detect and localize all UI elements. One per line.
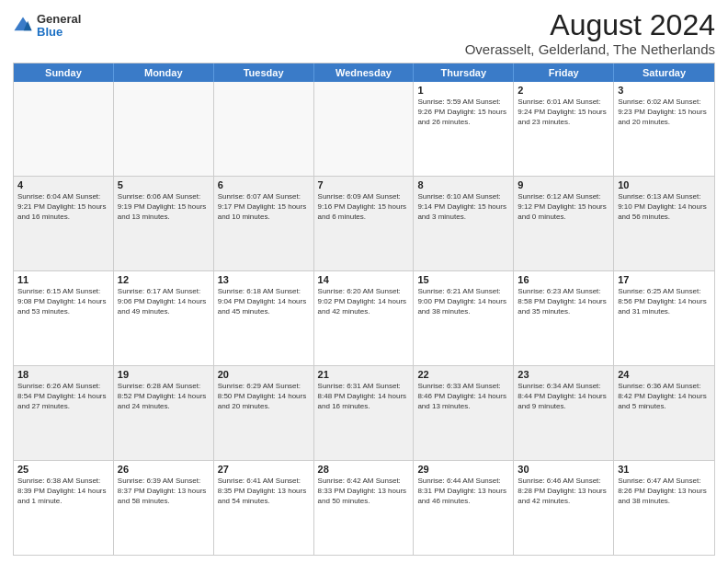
logo-text: General Blue [37, 13, 81, 40]
calendar-cell: 2Sunrise: 6:01 AM Sunset: 9:24 PM Daylig… [514, 82, 614, 176]
day-number: 10 [618, 179, 711, 190]
calendar-header: SundayMondayTuesdayWednesdayThursdayFrid… [14, 63, 714, 82]
day-number: 30 [518, 464, 609, 475]
logo-line2: Blue [37, 26, 81, 39]
day-number: 26 [118, 464, 210, 475]
calendar-cell: 26Sunrise: 6:39 AM Sunset: 8:37 PM Dayli… [114, 461, 214, 555]
day-number: 22 [417, 369, 509, 380]
day-number: 28 [318, 464, 410, 475]
calendar-cell: 19Sunrise: 6:28 AM Sunset: 8:52 PM Dayli… [114, 366, 214, 460]
calendar-cell: 25Sunrise: 6:38 AM Sunset: 8:39 PM Dayli… [14, 461, 114, 555]
cell-text: Sunrise: 6:29 AM Sunset: 8:50 PM Dayligh… [218, 382, 310, 411]
calendar-row: 25Sunrise: 6:38 AM Sunset: 8:39 PM Dayli… [14, 461, 714, 555]
calendar-row: 11Sunrise: 6:15 AM Sunset: 9:08 PM Dayli… [14, 271, 714, 366]
day-number: 24 [618, 369, 711, 380]
calendar-cell: 9Sunrise: 6:12 AM Sunset: 9:12 PM Daylig… [514, 177, 614, 270]
calendar-header-cell: Monday [114, 63, 214, 82]
day-number: 12 [118, 274, 210, 285]
cell-text: Sunrise: 6:38 AM Sunset: 8:39 PM Dayligh… [17, 477, 109, 506]
calendar-cell: 10Sunrise: 6:13 AM Sunset: 9:10 PM Dayli… [614, 177, 714, 270]
day-number: 3 [618, 85, 711, 96]
day-number: 11 [17, 274, 109, 285]
calendar-cell: 20Sunrise: 6:29 AM Sunset: 8:50 PM Dayli… [214, 366, 314, 460]
cell-text: Sunrise: 6:23 AM Sunset: 8:58 PM Dayligh… [518, 287, 609, 316]
calendar-row: 1Sunrise: 5:59 AM Sunset: 9:26 PM Daylig… [14, 82, 714, 177]
logo-line1: General [37, 13, 81, 26]
calendar-cell: 21Sunrise: 6:31 AM Sunset: 8:48 PM Dayli… [314, 366, 415, 460]
calendar-body: 1Sunrise: 5:59 AM Sunset: 9:26 PM Daylig… [14, 82, 714, 555]
cell-text: Sunrise: 6:41 AM Sunset: 8:35 PM Dayligh… [218, 477, 310, 506]
main-title: August 2024 [465, 9, 715, 41]
page: General Blue August 2024 Overasselt, Gel… [0, 0, 728, 563]
calendar-header-cell: Thursday [414, 63, 514, 82]
day-number: 9 [518, 179, 609, 190]
calendar-cell: 1Sunrise: 5:59 AM Sunset: 9:26 PM Daylig… [414, 82, 514, 176]
calendar-cell: 3Sunrise: 6:02 AM Sunset: 9:23 PM Daylig… [614, 82, 714, 176]
cell-text: Sunrise: 5:59 AM Sunset: 9:26 PM Dayligh… [417, 98, 509, 127]
day-number: 23 [518, 369, 609, 380]
cell-text: Sunrise: 6:31 AM Sunset: 8:48 PM Dayligh… [318, 382, 410, 411]
day-number: 27 [218, 464, 310, 475]
cell-text: Sunrise: 6:01 AM Sunset: 9:24 PM Dayligh… [518, 98, 609, 127]
day-number: 21 [318, 369, 410, 380]
day-number: 2 [518, 85, 609, 96]
calendar-cell: 6Sunrise: 6:07 AM Sunset: 9:17 PM Daylig… [214, 177, 314, 270]
calendar-cell: 12Sunrise: 6:17 AM Sunset: 9:06 PM Dayli… [114, 271, 214, 365]
calendar-cell: 24Sunrise: 6:36 AM Sunset: 8:42 PM Dayli… [614, 366, 714, 460]
calendar-cell: 31Sunrise: 6:47 AM Sunset: 8:26 PM Dayli… [614, 461, 714, 555]
calendar-header-cell: Wednesday [314, 63, 415, 82]
calendar-cell: 28Sunrise: 6:42 AM Sunset: 8:33 PM Dayli… [314, 461, 415, 555]
calendar-header-cell: Friday [514, 63, 614, 82]
cell-text: Sunrise: 6:09 AM Sunset: 9:16 PM Dayligh… [318, 192, 410, 222]
calendar-row: 4Sunrise: 6:04 AM Sunset: 9:21 PM Daylig… [14, 177, 714, 271]
calendar-header-cell: Saturday [614, 63, 714, 82]
cell-text: Sunrise: 6:06 AM Sunset: 9:19 PM Dayligh… [118, 192, 210, 222]
cell-text: Sunrise: 6:20 AM Sunset: 9:02 PM Dayligh… [318, 287, 410, 316]
day-number: 25 [17, 464, 109, 475]
calendar-cell: 7Sunrise: 6:09 AM Sunset: 9:16 PM Daylig… [314, 177, 415, 270]
calendar-header-cell: Sunday [14, 63, 114, 82]
day-number: 5 [118, 179, 210, 190]
calendar-cell: 15Sunrise: 6:21 AM Sunset: 9:00 PM Dayli… [414, 271, 514, 365]
cell-text: Sunrise: 6:33 AM Sunset: 8:46 PM Dayligh… [417, 382, 509, 411]
calendar-cell: 5Sunrise: 6:06 AM Sunset: 9:19 PM Daylig… [114, 177, 214, 270]
day-number: 15 [417, 274, 509, 285]
cell-text: Sunrise: 6:36 AM Sunset: 8:42 PM Dayligh… [618, 382, 711, 411]
cell-text: Sunrise: 6:39 AM Sunset: 8:37 PM Dayligh… [118, 477, 210, 506]
day-number: 19 [118, 369, 210, 380]
calendar-cell: 11Sunrise: 6:15 AM Sunset: 9:08 PM Dayli… [14, 271, 114, 365]
cell-text: Sunrise: 6:34 AM Sunset: 8:44 PM Dayligh… [518, 382, 609, 411]
subtitle: Overasselt, Gelderland, The Netherlands [465, 41, 715, 57]
header: General Blue August 2024 Overasselt, Gel… [13, 9, 715, 57]
cell-text: Sunrise: 6:12 AM Sunset: 9:12 PM Dayligh… [518, 192, 609, 222]
day-number: 14 [318, 274, 410, 285]
calendar-cell: 13Sunrise: 6:18 AM Sunset: 9:04 PM Dayli… [214, 271, 314, 365]
calendar-cell: 14Sunrise: 6:20 AM Sunset: 9:02 PM Dayli… [314, 271, 415, 365]
title-block: August 2024 Overasselt, Gelderland, The … [465, 9, 715, 57]
calendar-cell [214, 82, 314, 176]
calendar-cell: 4Sunrise: 6:04 AM Sunset: 9:21 PM Daylig… [14, 177, 114, 270]
calendar-cell: 17Sunrise: 6:25 AM Sunset: 8:56 PM Dayli… [614, 271, 714, 365]
calendar-cell: 27Sunrise: 6:41 AM Sunset: 8:35 PM Dayli… [214, 461, 314, 555]
cell-text: Sunrise: 6:46 AM Sunset: 8:28 PM Dayligh… [518, 477, 609, 506]
calendar-cell: 16Sunrise: 6:23 AM Sunset: 8:58 PM Dayli… [514, 271, 614, 365]
cell-text: Sunrise: 6:21 AM Sunset: 9:00 PM Dayligh… [417, 287, 509, 316]
cell-text: Sunrise: 6:28 AM Sunset: 8:52 PM Dayligh… [118, 382, 210, 411]
cell-text: Sunrise: 6:26 AM Sunset: 8:54 PM Dayligh… [17, 382, 109, 411]
calendar-cell [314, 82, 415, 176]
cell-text: Sunrise: 6:44 AM Sunset: 8:31 PM Dayligh… [417, 477, 509, 506]
calendar-cell [114, 82, 214, 176]
day-number: 7 [318, 179, 410, 190]
cell-text: Sunrise: 6:02 AM Sunset: 9:23 PM Dayligh… [618, 98, 711, 127]
day-number: 6 [218, 179, 310, 190]
day-number: 13 [218, 274, 310, 285]
logo-icon [13, 16, 33, 36]
calendar-cell: 29Sunrise: 6:44 AM Sunset: 8:31 PM Dayli… [414, 461, 514, 555]
cell-text: Sunrise: 6:17 AM Sunset: 9:06 PM Dayligh… [118, 287, 210, 316]
day-number: 20 [218, 369, 310, 380]
day-number: 17 [618, 274, 711, 285]
cell-text: Sunrise: 6:18 AM Sunset: 9:04 PM Dayligh… [218, 287, 310, 316]
day-number: 1 [417, 85, 509, 96]
cell-text: Sunrise: 6:13 AM Sunset: 9:10 PM Dayligh… [618, 192, 711, 222]
day-number: 8 [417, 179, 509, 190]
